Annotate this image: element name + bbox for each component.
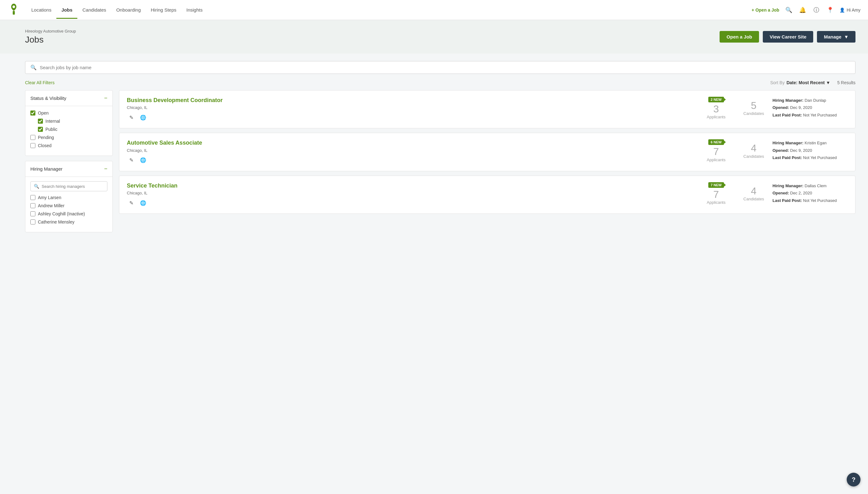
candidates-label: Candidates [741, 196, 766, 201]
nav-hiring-steps[interactable]: Hiring Steps [146, 1, 182, 19]
applicants-count: 3 [704, 103, 729, 115]
search-managers-input[interactable] [42, 184, 104, 189]
sort-value[interactable]: Date: Most Recent ▼ [787, 80, 830, 85]
hi-user-label: Hi Amy [847, 7, 861, 13]
nav-candidates[interactable]: Candidates [77, 1, 111, 19]
search-managers-icon: 🔍 [34, 184, 39, 189]
new-badge: 2 NEW [708, 97, 724, 102]
globe-icon[interactable]: 🌐 [139, 156, 148, 165]
job-action-icons: ✎ 🌐 [127, 113, 697, 122]
job-title[interactable]: Service Technician [127, 182, 697, 189]
nav-right: + Open a Job 🔍 🔔 ⓘ 📍 👤 Hi Amy [752, 6, 861, 14]
page-header: Hireology Automotive Group Jobs Open a J… [0, 20, 868, 54]
filter-manager-amy[interactable]: Amy Larsen [31, 195, 108, 200]
main-content: 🔍 Clear All Filters Sort By Date: Most R… [0, 54, 868, 245]
nav-insights[interactable]: Insights [181, 1, 208, 19]
applicants-stat: 6 NEW 7 Applicants [704, 139, 729, 162]
results-count: 5 Results [837, 80, 855, 85]
logo[interactable] [7, 3, 26, 17]
candidates-count: 5 [741, 100, 766, 111]
applicants-label: Applicants [704, 157, 729, 162]
job-info: Automotive Sales Associate Chicago, IL ✎… [127, 139, 697, 164]
filter-pending[interactable]: Pending [31, 135, 108, 140]
page-header-actions: Open a Job View Career Site Manage ▼ [720, 31, 855, 42]
filter-closed[interactable]: Closed [31, 143, 108, 148]
applicants-count: 7 [704, 189, 729, 200]
page-header-left: Hireology Automotive Group Jobs [25, 29, 76, 45]
status-section-title: Status & Visibility [31, 95, 67, 101]
help-icon[interactable]: ⓘ [812, 6, 821, 14]
candidates-count: 4 [741, 186, 766, 196]
job-stats: 7 NEW 7 Applicants 4 Candidates [704, 182, 766, 205]
applicants-stat: 2 NEW 3 Applicants [704, 97, 729, 119]
job-card: Business Development Coordinator Chicago… [119, 90, 855, 128]
nav-links: Locations Jobs Candidates Onboarding Hir… [26, 1, 752, 19]
location-pin-icon[interactable]: 📍 [826, 6, 834, 14]
status-collapse-icon[interactable]: − [104, 95, 108, 101]
candidates-stat: 5 Candidates [741, 100, 766, 116]
job-card: Service Technician Chicago, IL ✎ 🌐 7 NEW… [119, 176, 855, 214]
edit-icon[interactable]: ✎ [127, 113, 136, 122]
nav-locations[interactable]: Locations [26, 1, 56, 19]
manage-button[interactable]: Manage ▼ [817, 31, 855, 42]
job-meta: Hiring Manager: Dan Dunlap Opened: Dec 9… [773, 97, 848, 119]
applicants-count: 7 [704, 146, 729, 157]
two-col-layout: Status & Visibility − Open Internal Publ… [25, 90, 855, 237]
search-managers-input-wrapper: 🔍 [31, 181, 108, 191]
job-list: Business Development Coordinator Chicago… [119, 90, 855, 237]
search-bar-icon: 🔍 [31, 64, 37, 71]
candidates-stat: 4 Candidates [741, 143, 766, 158]
nav-onboarding[interactable]: Onboarding [111, 1, 146, 19]
applicants-label: Applicants [704, 115, 729, 119]
filter-manager-andrew[interactable]: Andrew Miller [31, 203, 108, 208]
search-bar: 🔍 [25, 61, 855, 74]
job-info: Business Development Coordinator Chicago… [127, 97, 697, 122]
nav-jobs[interactable]: Jobs [56, 1, 77, 19]
job-card-inner: Service Technician Chicago, IL ✎ 🌐 7 NEW… [127, 182, 848, 207]
new-badge: 7 NEW [708, 182, 724, 188]
filter-open[interactable]: Open [31, 111, 108, 115]
globe-icon[interactable]: 🌐 [139, 198, 148, 207]
job-location: Chicago, IL [127, 148, 697, 153]
candidates-label: Candidates [741, 154, 766, 159]
filter-manager-catherine[interactable]: Catherine Mensley [31, 220, 108, 225]
open-job-button[interactable]: Open a Job [720, 31, 759, 42]
sort-by-label: Sort By [770, 80, 785, 85]
job-location: Chicago, IL [127, 105, 697, 110]
clear-filters-link[interactable]: Clear All Filters [25, 80, 55, 85]
sort-chevron-icon: ▼ [826, 80, 830, 85]
user-icon: 👤 [839, 7, 845, 13]
candidates-count: 4 [741, 143, 766, 154]
filter-internal[interactable]: Internal [31, 119, 108, 124]
user-menu[interactable]: 👤 Hi Amy [839, 7, 861, 13]
job-info: Service Technician Chicago, IL ✎ 🌐 [127, 182, 697, 207]
sort-info: Sort By Date: Most Recent ▼ 5 Results [770, 80, 855, 85]
chevron-down-icon: ▼ [844, 34, 849, 39]
status-section-body: Open Internal Public Pending Closed [25, 106, 112, 156]
filter-row: Clear All Filters Sort By Date: Most Rec… [25, 80, 855, 85]
job-title[interactable]: Automotive Sales Associate [127, 139, 697, 147]
open-job-nav-button[interactable]: + Open a Job [752, 7, 779, 13]
manager-collapse-icon[interactable]: − [104, 166, 108, 172]
hiring-manager-section-title: Hiring Manager [31, 166, 63, 172]
filter-public[interactable]: Public [31, 127, 108, 132]
search-input[interactable] [40, 65, 850, 70]
view-career-site-button[interactable]: View Career Site [763, 31, 813, 42]
status-filter-section: Status & Visibility − Open Internal Publ… [25, 90, 113, 156]
job-stats: 2 NEW 3 Applicants 5 Candidates [704, 97, 766, 119]
status-section-header: Status & Visibility − [25, 91, 112, 106]
search-icon[interactable]: 🔍 [785, 6, 793, 14]
notifications-icon[interactable]: 🔔 [798, 6, 807, 14]
job-meta: Hiring Manager: Kristin Egan Opened: Dec… [773, 139, 848, 161]
job-meta: Hiring Manager: Dallas Clem Opened: Dec … [773, 182, 848, 204]
svg-point-1 [13, 6, 15, 8]
job-card: Automotive Sales Associate Chicago, IL ✎… [119, 133, 855, 171]
filter-manager-ashley[interactable]: Ashley Coghill (Inactive) [31, 211, 108, 216]
job-action-icons: ✎ 🌐 [127, 198, 697, 207]
hiring-manager-section-header: Hiring Manager − [25, 161, 112, 177]
job-location: Chicago, IL [127, 191, 697, 195]
edit-icon[interactable]: ✎ [127, 156, 136, 165]
job-title[interactable]: Business Development Coordinator [127, 97, 697, 104]
edit-icon[interactable]: ✎ [127, 198, 136, 207]
globe-icon[interactable]: 🌐 [139, 113, 148, 122]
